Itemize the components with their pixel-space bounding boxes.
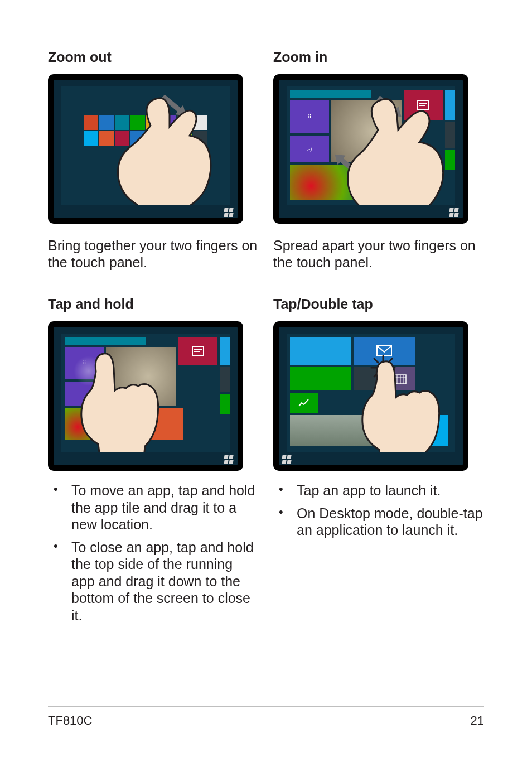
section-zoom-out: Zoom out	[48, 49, 259, 271]
illustration-tap-hold: ⠿	[48, 321, 243, 471]
hand-tap-icon	[68, 349, 180, 452]
bullet-item: Tap an app to launch it.	[273, 482, 484, 499]
illustration-zoom-out	[48, 74, 243, 224]
section-tap-hold: Tap and hold ⠿	[48, 296, 259, 629]
tile-app3	[220, 394, 230, 414]
windows-button-icon	[282, 455, 291, 464]
tile-weather-large	[290, 337, 351, 365]
tile-weather	[220, 337, 230, 365]
tile-reader	[178, 337, 217, 365]
windows-button-icon	[224, 208, 233, 217]
windows-button-icon	[224, 455, 233, 464]
tile-finance2	[290, 393, 318, 413]
bullets-tap-hold: To move an app, tap and hold the app til…	[48, 482, 259, 624]
illustration-tap-double	[273, 321, 468, 471]
tile-app: ⠿	[290, 100, 329, 133]
heading-tap-hold: Tap and hold	[48, 296, 259, 312]
manual-page: Zoom out	[0, 0, 532, 757]
footer-model: TF810C	[48, 713, 92, 728]
illustration-zoom-in: ⠿ :-)	[273, 74, 468, 224]
hand-spread-icon	[345, 94, 455, 205]
section-zoom-in: Zoom in ⠿ :-)	[273, 49, 484, 271]
hand-tap-icon	[348, 359, 455, 452]
bullet-item: To close an app, tap and hold the top si…	[48, 539, 259, 624]
bullet-item: On Desktop mode, double-tap an applicati…	[273, 505, 484, 539]
heading-tap-double: Tap/Double tap	[273, 296, 484, 312]
page-footer: TF810C 21	[48, 706, 484, 728]
heading-zoom-in: Zoom in	[273, 49, 484, 65]
bullets-tap-double: Tap an app to launch it. On Desktop mode…	[273, 482, 484, 539]
bullet-item: To move an app, tap and hold the app til…	[48, 482, 259, 533]
footer-page-number: 21	[471, 713, 484, 728]
hand-pinch-icon	[112, 92, 229, 205]
windows-button-icon	[449, 208, 458, 217]
tile-finance	[220, 367, 230, 392]
section-tap-double: Tap/Double tap	[273, 296, 484, 629]
heading-zoom-out: Zoom out	[48, 49, 259, 65]
desc-zoom-out: Bring together your two fingers on the t…	[48, 237, 259, 271]
tile-messaging: :-)	[290, 136, 329, 162]
desc-zoom-in: Spread apart your two fingers on the tou…	[273, 237, 484, 271]
gesture-grid: Zoom out	[48, 49, 484, 629]
tile-xbox	[290, 367, 351, 390]
tile-news	[65, 337, 146, 345]
